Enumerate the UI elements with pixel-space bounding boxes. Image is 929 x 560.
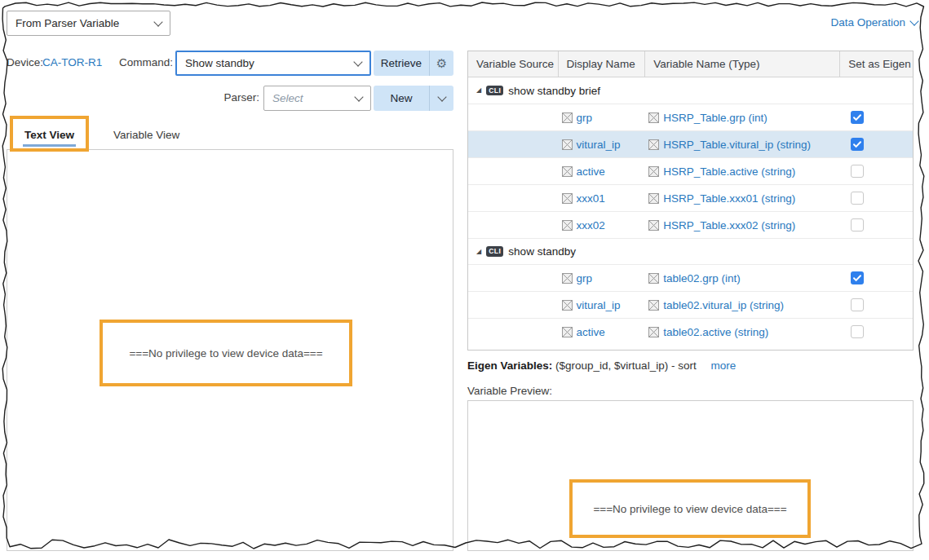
variable-row[interactable]: activeHSRP_Table.active (string) [468, 157, 913, 184]
chevron-down-icon [353, 57, 362, 66]
data-operation-label: Data Operation [830, 16, 905, 29]
display-name-link[interactable]: active [577, 165, 605, 178]
variable-box-icon [648, 327, 659, 337]
variable-row[interactable]: grpHSRP_Table.grp (int) [468, 104, 913, 130]
variable-table: Variable SourceDisplay NameVariable Name… [467, 51, 914, 351]
eigen-variables-line: Eigen Variables: ($group_id, $virtual_ip… [467, 359, 914, 372]
device-label: Device: [7, 56, 43, 68]
group-row[interactable]: ◢CLIshow standby brief [468, 77, 913, 104]
display-name-link[interactable]: vitural_ip [577, 139, 621, 151]
variable-row[interactable]: vitural_iptable02.vitural_ip (string) [468, 291, 913, 318]
variable-row[interactable]: grptable02.grp (int) [468, 264, 913, 291]
table-footer-strip [468, 345, 913, 350]
display-name-link[interactable]: active [577, 326, 605, 338]
variable-box-icon [562, 300, 573, 311]
variable-name-link[interactable]: HSRP_Table.grp (int) [663, 112, 768, 124]
variable-box-icon [562, 193, 573, 204]
source-type-select[interactable]: From Parser Variable [7, 11, 170, 36]
table-body: ◢CLIshow standby briefgrpHSRP_Table.grp … [468, 77, 913, 345]
eigen-checkbox[interactable] [851, 271, 864, 284]
variable-box-icon [648, 193, 659, 204]
new-split-button: New [374, 86, 453, 111]
column-header: Set as Eigen [839, 51, 913, 77]
gear-icon: ⚙ [436, 57, 447, 69]
variable-box-icon [562, 327, 573, 337]
parser-variable-screen: From Parser Variable Data Operation Devi… [0, 0, 929, 560]
parser-select[interactable]: Select [263, 86, 371, 111]
new-dropdown-button[interactable] [429, 86, 453, 111]
variable-name-link[interactable]: table02.vitural_ip (string) [663, 299, 784, 311]
cli-badge: CLI [486, 86, 503, 96]
parser-placeholder: Select [272, 92, 303, 104]
display-name-link[interactable]: xxx02 [577, 219, 605, 231]
display-name-link[interactable]: xxx01 [577, 192, 605, 205]
parser-label: Parser: [204, 91, 259, 104]
new-button[interactable]: New [374, 86, 429, 111]
display-name-link[interactable]: vitural_ip [577, 299, 621, 311]
variable-name-link[interactable]: table02.grp (int) [663, 272, 741, 284]
no-privilege-message: ===No privilege to view device data=== [129, 347, 322, 359]
variable-name-link[interactable]: HSRP_Table.xxx01 (string) [663, 192, 795, 205]
command-select[interactable]: Show standby [175, 51, 371, 76]
eigen-variables-label: Eigen Variables: [467, 359, 552, 372]
variable-row[interactable]: vitural_ipHSRP_Table.vitural_ip (string) [468, 130, 913, 157]
eigen-checkbox[interactable] [851, 165, 864, 178]
annotation-highlight-box: ===No privilege to view device data=== [100, 320, 352, 386]
variable-box-icon [648, 220, 659, 231]
annotation-highlight-box [10, 116, 89, 152]
variable-row[interactable]: xxx02HSRP_Table.xxx02 (string) [468, 211, 913, 238]
data-operation-menu[interactable]: Data Operation [830, 16, 918, 29]
column-header: Variable Name (Type) [644, 51, 839, 77]
variable-preview-label: Variable Preview: [467, 385, 552, 397]
variable-name-link[interactable]: HSRP_Table.active (string) [663, 165, 795, 178]
chevron-down-icon [909, 16, 918, 25]
expanded-caret-icon: ◢ [476, 87, 481, 94]
table-header: Variable SourceDisplay NameVariable Name… [468, 51, 913, 77]
variable-box-icon [562, 220, 573, 231]
variable-box-icon [648, 166, 659, 177]
retrieve-settings-button[interactable]: ⚙ [429, 51, 453, 76]
annotation-highlight-box: ===No privilege to view device data=== [569, 479, 811, 538]
eigen-variables-value: ($group_id, $virtual_ip) - sort [555, 359, 697, 372]
group-row[interactable]: ◢CLIshow standby [468, 238, 913, 264]
eigen-checkbox[interactable] [851, 325, 864, 338]
variable-box-icon [562, 139, 573, 150]
command-label: Command: [119, 56, 173, 68]
display-name-link[interactable]: grp [577, 112, 593, 124]
variable-box-icon [648, 112, 659, 123]
more-link[interactable]: more [710, 359, 736, 372]
eigen-checkbox[interactable] [851, 111, 864, 124]
group-label: show standby brief [508, 85, 600, 97]
variable-row[interactable]: xxx01HSRP_Table.xxx01 (string) [468, 184, 913, 211]
variable-name-link[interactable]: table02.active (string) [663, 326, 768, 338]
variable-name-link[interactable]: HSRP_Table.xxx02 (string) [663, 219, 795, 231]
variable-box-icon [648, 300, 659, 311]
variable-box-icon [648, 273, 659, 284]
variable-box-icon [562, 166, 573, 177]
eigen-checkbox[interactable] [851, 298, 864, 311]
variable-box-icon [648, 139, 659, 150]
variable-preview-panel: ===No privilege to view device data=== [467, 400, 914, 551]
cli-badge: CLI [486, 246, 503, 257]
variable-box-icon [562, 273, 573, 284]
variable-box-icon [562, 112, 573, 123]
tab-variable-view[interactable]: Variable View [112, 122, 181, 149]
eigen-checkbox[interactable] [851, 218, 864, 231]
variable-row[interactable]: activetable02.active (string) [468, 318, 913, 345]
chevron-down-icon [437, 92, 446, 101]
eigen-checkbox[interactable] [851, 192, 864, 205]
display-name-link[interactable]: grp [577, 272, 593, 284]
source-type-value: From Parser Variable [15, 17, 119, 29]
eigen-checkbox[interactable] [851, 138, 864, 151]
retrieve-split-button: Retrieve ⚙ [374, 51, 453, 76]
retrieve-button[interactable]: Retrieve [374, 51, 429, 76]
device-name-link[interactable]: CA-TOR-R1 [42, 56, 102, 68]
group-label: show standby [508, 245, 576, 258]
chevron-down-icon [354, 92, 363, 101]
column-header: Variable Source [468, 51, 558, 77]
no-privilege-message: ===No privilege to view device data=== [593, 503, 786, 515]
column-header: Display Name [558, 51, 645, 77]
expanded-caret-icon: ◢ [476, 249, 481, 255]
variable-name-link[interactable]: HSRP_Table.vitural_ip (string) [663, 139, 811, 151]
command-value: Show standby [185, 57, 254, 69]
